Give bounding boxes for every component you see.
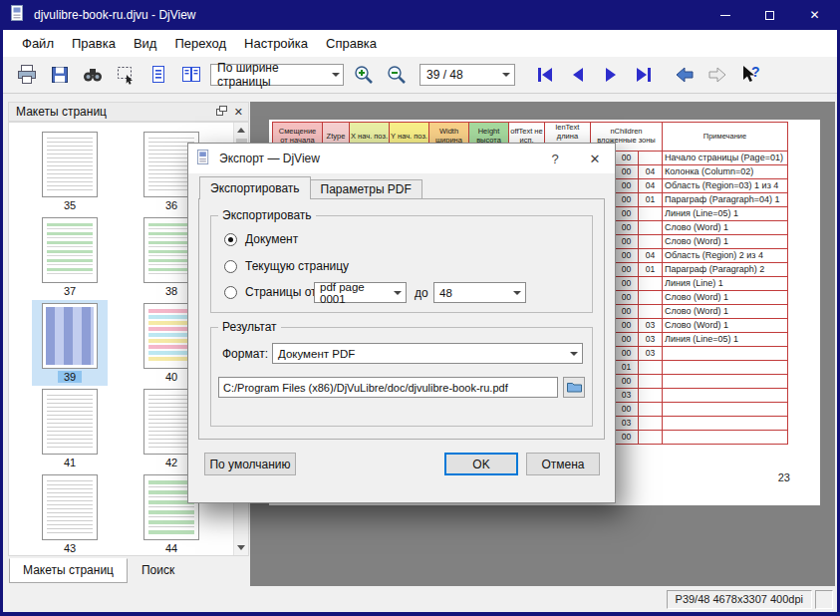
doc-table-cell xyxy=(639,276,663,290)
select-icon[interactable] xyxy=(112,62,139,89)
radio-current-page[interactable]: Текущую страницу xyxy=(224,259,349,273)
maximize-button[interactable] xyxy=(747,0,792,30)
tab-pdf-options[interactable]: Параметры PDF xyxy=(311,179,422,199)
doc-table-cell: 03 xyxy=(639,332,663,346)
radio-page-range[interactable]: Страницы от xyxy=(224,285,317,299)
thumbnail-label: 42 xyxy=(159,457,183,468)
doc-table-note: Начало страницы (Page=01) xyxy=(663,151,788,164)
context-help-icon[interactable]: ? xyxy=(736,62,763,89)
titlebar: djvulibre-book-ru.djvu - DjView ✕ xyxy=(3,0,837,30)
thumbnail-page-39[interactable]: 39 xyxy=(32,300,108,386)
doc-table-cell: 00 xyxy=(615,332,639,346)
thumbnail-image xyxy=(42,217,98,283)
zoom-mode-combobox[interactable]: По ширине страницы xyxy=(210,64,344,86)
dialog-close-button[interactable]: ✕ xyxy=(575,144,615,173)
thumbnail-page-37[interactable]: 37 xyxy=(32,214,108,300)
radio-document[interactable]: Документ xyxy=(224,232,298,246)
forward-icon[interactable] xyxy=(703,62,730,89)
thumbnail-page-41[interactable]: 41 xyxy=(32,386,108,471)
next-page-icon[interactable] xyxy=(597,62,624,89)
output-path-input[interactable]: C:/Program Files (x86)/DjVuLibre/doc/djv… xyxy=(218,377,558,398)
last-page-icon[interactable] xyxy=(630,62,657,89)
thumbnail-image xyxy=(42,389,98,455)
thumbnail-page-35[interactable]: 35 xyxy=(32,129,108,214)
scroll-up-icon[interactable] xyxy=(234,123,248,138)
print-icon[interactable] xyxy=(13,62,40,89)
layout-single-icon[interactable] xyxy=(144,62,171,89)
sidebar-tabs: Макеты страниц Поиск xyxy=(9,558,188,583)
find-icon[interactable] xyxy=(79,62,106,89)
thumbnail-image xyxy=(42,303,98,369)
undock-icon[interactable] xyxy=(216,105,227,119)
cancel-button[interactable]: Отмена xyxy=(526,453,600,475)
radio-range-label: Страницы от xyxy=(245,285,317,299)
thumbnail-label: 40 xyxy=(159,371,183,383)
status-resize-grip[interactable] xyxy=(815,590,833,609)
chevron-down-icon xyxy=(498,69,514,81)
radio-current-circle[interactable] xyxy=(224,260,237,273)
first-page-icon[interactable] xyxy=(531,62,558,89)
format-combobox[interactable]: Документ PDF xyxy=(272,343,583,364)
menu-goto[interactable]: Переход xyxy=(165,36,235,51)
close-button[interactable]: ✕ xyxy=(792,0,837,30)
doc-table-cell: 03 xyxy=(639,346,663,360)
doc-table-note: Колонка (Column=02) xyxy=(663,164,788,178)
doc-table-cell: 00 xyxy=(615,262,639,276)
sidebar-title: Макеты страниц xyxy=(16,105,107,119)
thumbnail-label: 41 xyxy=(58,457,82,468)
sidebar-close-icon[interactable]: ✕ xyxy=(234,106,243,119)
thumbnail-label: 35 xyxy=(58,199,82,211)
minimize-button[interactable] xyxy=(702,0,747,30)
doc-table-note xyxy=(663,402,788,416)
scroll-down-icon[interactable] xyxy=(234,540,248,555)
thumbnail-label: 36 xyxy=(159,199,183,211)
menu-view[interactable]: Вид xyxy=(125,36,166,51)
doc-table-header: Примечание xyxy=(663,123,788,152)
tab-export[interactable]: Экспортировать xyxy=(199,176,311,199)
menu-settings[interactable]: Настройка xyxy=(235,36,317,51)
format-value: Документ PDF xyxy=(278,348,355,360)
doc-table-note: Параграф (Paragraph=04) 1 xyxy=(663,192,788,206)
doc-table-cell: 00 xyxy=(615,248,639,262)
app-icon xyxy=(10,5,26,25)
thumbnail-page-43[interactable]: 43 xyxy=(32,471,108,556)
doc-table-cell: 00 xyxy=(615,318,639,332)
doc-table-cell: 00 xyxy=(615,192,639,206)
format-label: Формат: xyxy=(222,347,268,361)
layout-facing-icon[interactable] xyxy=(177,62,204,89)
close-icon: ✕ xyxy=(809,8,819,22)
menu-edit[interactable]: Правка xyxy=(63,36,125,51)
zoom-out-icon[interactable] xyxy=(383,62,410,89)
doc-table-cell xyxy=(639,402,663,416)
tab-page-layouts[interactable]: Макеты страниц xyxy=(9,558,128,583)
menu-file[interactable]: Файл xyxy=(13,36,63,51)
doc-table-note xyxy=(663,416,788,430)
defaults-button[interactable]: По умолчанию xyxy=(204,453,296,475)
statusbar: P39/48 4678x3307 400dpi xyxy=(3,586,837,612)
zoom-in-icon[interactable] xyxy=(350,62,377,89)
doc-table-cell: 04 xyxy=(639,248,663,262)
menu-help[interactable]: Справка xyxy=(317,36,386,51)
radio-range-circle[interactable] xyxy=(224,286,237,299)
chevron-down-icon xyxy=(328,69,343,81)
doc-table-cell xyxy=(639,290,663,304)
range-to-combobox[interactable]: 48 xyxy=(433,282,526,303)
folder-icon xyxy=(567,379,582,397)
doc-table-cell xyxy=(639,304,663,318)
radio-document-circle[interactable] xyxy=(224,233,237,246)
doc-table-note: Слово (Word) 1 xyxy=(663,220,788,234)
doc-table-note xyxy=(663,374,788,388)
tab-search[interactable]: Поиск xyxy=(128,558,188,583)
toolbar: По ширине страницы 39 / 48 xyxy=(3,57,837,94)
range-from-value: pdf page 0001 xyxy=(320,281,391,305)
dialog-help-button[interactable]: ? xyxy=(535,144,575,173)
ok-button[interactable]: OK xyxy=(444,453,518,475)
back-icon[interactable] xyxy=(671,62,698,89)
previous-page-icon[interactable] xyxy=(564,62,591,89)
export-group-label: Экспортировать xyxy=(218,208,316,222)
save-icon[interactable] xyxy=(46,62,73,89)
doc-table-cell: 00 xyxy=(615,220,639,234)
browse-button[interactable] xyxy=(563,377,585,398)
range-from-combobox[interactable]: pdf page 0001 xyxy=(314,282,407,303)
page-number-combobox[interactable]: 39 / 48 xyxy=(420,64,515,86)
